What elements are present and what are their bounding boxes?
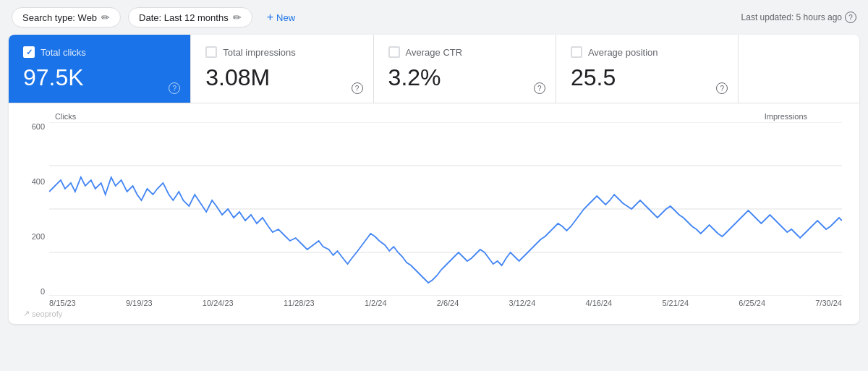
- y-axis-right-label: Impressions: [765, 112, 807, 121]
- total-impressions-label: Total impressions: [223, 47, 295, 58]
- average-position-checkbox[interactable]: [571, 46, 582, 58]
- average-ctr-label: Average CTR: [406, 47, 463, 58]
- search-type-filter[interactable]: Search type: Web ✏: [12, 7, 121, 27]
- metric-average-ctr[interactable]: Average CTR 3.2% ?: [374, 35, 556, 103]
- total-impressions-help-icon[interactable]: ?: [352, 82, 363, 94]
- total-clicks-value: 97.5K: [23, 64, 176, 91]
- top-bar: Search type: Web ✏ Date: Last 12 months …: [0, 0, 868, 35]
- metric-average-position[interactable]: Average position 25.5 ?: [556, 35, 739, 103]
- metric-total-impressions[interactable]: Total impressions 3.08M ?: [191, 35, 373, 103]
- total-impressions-value: 3.08M: [205, 64, 358, 91]
- average-ctr-value: 3.2%: [388, 64, 541, 91]
- average-position-label: Average position: [588, 47, 658, 58]
- watermark: ↗ seoprofy: [23, 309, 62, 318]
- average-position-help-icon[interactable]: ?: [716, 82, 728, 94]
- metrics-row: Total clicks 97.5K ? Total impressions 3…: [9, 35, 859, 103]
- main-card: Total clicks 97.5K ? Total impressions 3…: [9, 35, 859, 324]
- date-label: Date: Last 12 months: [139, 12, 229, 23]
- last-updated: Last updated: 5 hours ago ?: [741, 12, 856, 23]
- total-clicks-help-icon[interactable]: ?: [169, 82, 180, 94]
- watermark-text: seoprofy: [32, 310, 62, 318]
- new-label: New: [276, 12, 295, 23]
- average-position-value: 25.5: [571, 64, 723, 91]
- new-button[interactable]: + New: [260, 7, 302, 27]
- chart-container: 600 400 200 0: [49, 122, 842, 296]
- date-filter[interactable]: Date: Last 12 months ✏: [128, 7, 252, 27]
- search-type-label: Search type: Web: [22, 12, 97, 23]
- average-ctr-help-icon[interactable]: ?: [534, 82, 545, 94]
- y-axis: 600 400 200 0: [14, 122, 45, 296]
- metric-empty: [739, 35, 859, 103]
- chart-area: Clicks Impressions 600 400 200 0: [9, 103, 859, 324]
- average-ctr-checkbox[interactable]: [388, 46, 400, 58]
- metric-total-clicks[interactable]: Total clicks 97.5K ?: [9, 35, 191, 103]
- chart-svg: [49, 122, 842, 296]
- edit-date-icon: ✏: [233, 12, 242, 23]
- y-axis-left-label: Clicks: [55, 112, 76, 121]
- x-axis: 8/15/23 9/19/23 10/24/23 11/28/23 1/2/24…: [49, 299, 842, 307]
- total-impressions-checkbox[interactable]: [205, 46, 217, 58]
- total-clicks-checkbox[interactable]: [23, 46, 35, 58]
- watermark-icon: ↗: [23, 309, 30, 318]
- plus-icon: +: [267, 11, 273, 24]
- total-clicks-label: Total clicks: [41, 47, 86, 58]
- edit-search-type-icon: ✏: [101, 12, 110, 23]
- last-updated-help-icon[interactable]: ?: [845, 12, 856, 23]
